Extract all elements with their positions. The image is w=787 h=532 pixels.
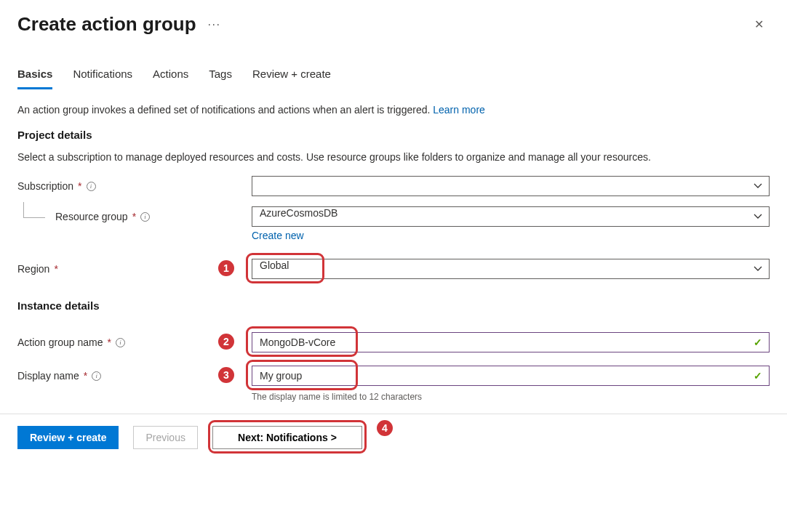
tab-basics[interactable]: Basics xyxy=(17,68,52,89)
validated-icon: ✓ xyxy=(754,336,762,348)
info-icon[interactable]: i xyxy=(116,338,125,347)
create-new-link[interactable]: Create new xyxy=(252,230,304,241)
subscription-select[interactable] xyxy=(252,176,770,196)
region-select[interactable]: Global xyxy=(252,259,770,279)
close-button[interactable]: ✕ xyxy=(748,15,770,34)
required-asterisk: * xyxy=(132,211,136,222)
info-icon[interactable]: i xyxy=(92,371,101,381)
project-details-title: Project details xyxy=(17,129,770,141)
display-name-input[interactable] xyxy=(252,366,770,386)
close-icon: ✕ xyxy=(754,18,764,31)
instance-details-title: Instance details xyxy=(17,299,770,312)
required-asterisk: * xyxy=(84,370,87,382)
required-asterisk: * xyxy=(108,336,111,348)
tab-notifications[interactable]: Notifications xyxy=(73,68,132,89)
required-asterisk: * xyxy=(78,180,81,192)
tree-connector xyxy=(23,202,45,218)
annotation-1: 1 xyxy=(217,259,236,278)
annotation-2: 2 xyxy=(217,332,236,351)
project-details-desc: Select a subscription to manage deployed… xyxy=(17,151,770,163)
subscription-label: Subscription xyxy=(17,180,73,192)
display-name-help: The display name is limited to 12 charac… xyxy=(252,392,770,402)
annotation-3: 3 xyxy=(217,366,236,384)
required-asterisk: * xyxy=(54,263,57,275)
display-name-label: Display name xyxy=(17,370,79,382)
action-group-name-input[interactable] xyxy=(252,332,770,352)
annotation-4: 4 xyxy=(375,419,394,438)
resource-group-select[interactable]: AzureCosmosDB xyxy=(252,206,770,227)
review-create-button[interactable]: Review + create xyxy=(17,426,119,449)
page-title: Create action group xyxy=(17,13,196,36)
next-button[interactable]: Next: Notifications > xyxy=(212,426,362,449)
resource-group-label: Resource group xyxy=(55,211,128,222)
info-icon[interactable]: i xyxy=(140,212,150,222)
tab-bar: Basics Notifications Actions Tags Review… xyxy=(0,41,787,89)
intro-text: An action group invokes a defined set of… xyxy=(17,104,770,116)
validated-icon: ✓ xyxy=(754,370,762,382)
tab-tags[interactable]: Tags xyxy=(209,68,232,89)
action-group-name-label: Action group name xyxy=(17,336,103,348)
more-menu-icon[interactable]: ··· xyxy=(208,18,221,31)
region-label: Region xyxy=(17,263,49,275)
tab-review-create[interactable]: Review + create xyxy=(252,68,331,89)
info-icon[interactable]: i xyxy=(87,182,96,191)
learn-more-link[interactable]: Learn more xyxy=(433,104,485,116)
intro-body: An action group invokes a defined set of… xyxy=(17,104,433,116)
previous-button: Previous xyxy=(133,426,197,449)
tab-actions[interactable]: Actions xyxy=(153,68,188,89)
